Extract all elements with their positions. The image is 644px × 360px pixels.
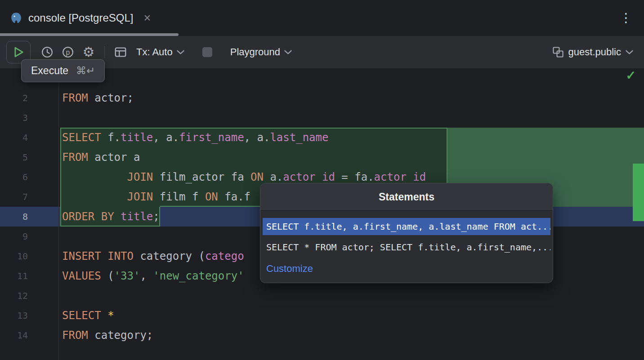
execute-tooltip: Execute ⌘↵ (21, 59, 105, 82)
playground-label: Playground (230, 46, 280, 58)
chevron-down-icon (177, 50, 184, 55)
inspections-ok-icon[interactable]: ✓ (626, 69, 636, 83)
popup-title: Statements (260, 183, 553, 211)
editor-tab-bar: console [PostgreSQL] × ⋮ (0, 0, 644, 36)
table-icon (114, 45, 127, 59)
play-icon (12, 45, 25, 59)
code-line[interactable]: VALUES ('33', 'new_category' (62, 266, 244, 286)
ide-window: console [PostgreSQL] × ⋮ p ⚙ (0, 0, 644, 360)
code-line[interactable]: ORDER BY title; (62, 207, 160, 227)
toolbar-separator (104, 46, 105, 58)
statements-popup: Statements SELECT f.title, a.first_name,… (260, 183, 553, 283)
statement-item[interactable]: SELECT * FROM actor; SELECT f.title, a.f… (263, 239, 550, 256)
statement-item[interactable]: SELECT f.title, a.first_name, a.last_nam… (263, 218, 550, 235)
playground-dropdown[interactable]: Playground (230, 46, 292, 58)
tooltip-shortcut: ⌘↵ (76, 65, 95, 77)
tab-title: console [PostgreSQL] (28, 12, 133, 24)
schema-icon (552, 46, 564, 58)
scrollbar-selection-marker[interactable] (633, 164, 644, 221)
chevron-down-icon (284, 50, 292, 55)
statements-list: SELECT f.title, a.first_name, a.last_nam… (260, 211, 553, 256)
svg-text:p: p (66, 49, 70, 56)
chevron-down-icon (626, 50, 633, 55)
table-view-button[interactable] (110, 42, 131, 62)
circled-p-icon: p (62, 46, 74, 58)
schema-label: guest.public (568, 46, 621, 58)
tx-mode-dropdown[interactable]: Tx: Auto (136, 46, 184, 58)
code-line[interactable]: FROM category; (62, 325, 153, 345)
postgresql-elephant-icon (10, 12, 22, 24)
schema-picker[interactable]: guest.public (552, 46, 638, 58)
customize-link[interactable]: Customize (260, 256, 553, 283)
code-line[interactable]: SELECT * (62, 306, 114, 325)
code-line[interactable]: FROM actor a (62, 147, 140, 167)
code-line[interactable]: SELECT f.title, a.first_name, a.last_nam… (62, 128, 328, 147)
gear-icon: ⚙ (83, 45, 95, 59)
close-icon[interactable]: × (143, 12, 151, 24)
code-line[interactable]: INSERT INTO category (catego (62, 246, 244, 266)
code-line[interactable]: JOIN film f ON fa.f (62, 187, 250, 207)
tx-mode-label: Tx: Auto (136, 46, 173, 58)
kebab-menu-icon[interactable]: ⋮ (620, 12, 644, 24)
clock-icon (41, 46, 54, 58)
tooltip-label: Execute (31, 65, 68, 77)
code-line[interactable]: FROM actor; (62, 88, 134, 108)
tab-strip-scrollbar-thumb[interactable] (0, 33, 179, 36)
stop-button[interactable] (197, 42, 218, 62)
stop-icon (202, 47, 212, 57)
tab-console-postgresql[interactable]: console [PostgreSQL] × (0, 0, 157, 36)
